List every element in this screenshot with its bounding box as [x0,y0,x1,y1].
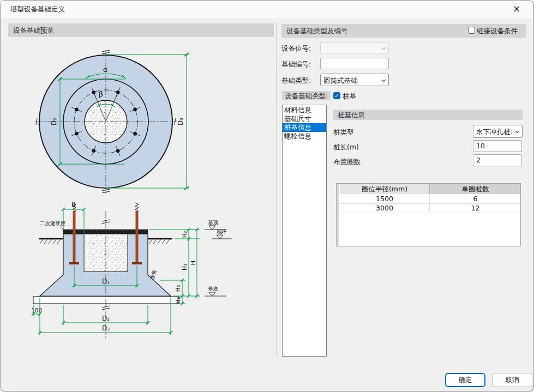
dim-label-h1: H₁ [181,264,188,271]
chevron-down-icon [381,46,386,51]
dim-label-b: B [71,201,76,208]
dim-label-d1: D₁ [102,278,110,285]
pile-rings-table: 圈位半径(mm) 单圈桩数 1500 6 3000 12 [336,183,521,246]
foundation-type-label: 基础类型: [281,76,311,86]
dim-label-h: H [190,261,197,265]
foundation-type-combo[interactable]: 圆筒式基础 [320,74,389,86]
foundation-preview-drawing: α β D₂ [8,38,274,365]
cell-count-1[interactable]: 12 [430,204,520,213]
dim-label-h2: H₂ [181,231,188,238]
pile-info-header: 桩基信息 [333,110,523,120]
dim-label-d3-section: D₃ [102,324,110,332]
list-item-pile[interactable]: 桩基信息 [283,123,326,132]
label-base-bottom: 基底 [208,286,218,292]
category-listbox: 材料信息 基础尺寸 桩基信息 螺栓信息 [282,105,327,357]
pile-type-label: 桩类型 [333,128,354,137]
device-tag-combo[interactable] [320,42,389,53]
dim-label-beta: β [99,90,103,98]
foundation-no-input[interactable] [320,58,389,69]
pile-checkbox-label: 桩基 [343,92,356,101]
dim-label-h3: H₃ [175,285,182,292]
dim-label-d2-section: D₂ [102,315,110,322]
category-chip: 设备基础类型: [282,91,331,100]
list-item-bolt[interactable]: 螺栓信息 [283,132,326,141]
label-grout-layer: 二次灌浆层 [40,220,66,226]
list-item-dimensions[interactable]: 基础尺寸 [283,114,326,123]
type-group-header: 设备基础类型及编号 链接设备条件 [281,24,526,38]
preview-group-title: 设备基础预览 [8,23,54,37]
type-group-title: 设备基础类型及编号 [281,24,348,38]
pile-type-value: 水下冲孔桩: [476,125,513,138]
foundation-definition-dialog: 塔型设备基础定义 × 设备基础预览 [0,0,533,391]
pile-length-input[interactable]: 10 [473,140,522,152]
pile-checkbox[interactable]: ✓ [333,92,340,99]
dim-label-h0: H₀ [175,297,182,304]
dim-label-d2-plan: D₂ [50,118,58,125]
list-item-material[interactable]: 材料信息 [283,106,326,114]
label-chamfer: 放角 [148,269,157,280]
ring-count-input[interactable]: 2 [473,154,522,166]
foundation-type-value: 圆筒式基础 [323,74,379,87]
ring-count-label: 布置圈数 [333,158,361,167]
ok-button[interactable]: 确定 [445,373,485,387]
cancel-button[interactable]: 取消 [492,373,532,387]
panel-divider [276,23,277,357]
cell-radius-0[interactable]: 1500 [340,195,430,204]
label-ground: 地坪 [216,228,227,234]
link-device-checkbox-label: 链接设备条件 [477,27,518,36]
pile-length-label: 桩长(m) [333,143,359,152]
table-row-gutter [337,184,339,246]
link-device-checkbox[interactable] [468,27,475,34]
dim-label-overhang: 100 [31,307,42,313]
foundation-no-label: 基础编号: [281,60,311,69]
table-header-row: 圈位半径(mm) 单圈桩数 [340,184,520,194]
chevron-down-icon [515,129,520,134]
title-bar: 塔型设备基础定义 × [1,1,533,18]
table-row: 1500 6 [340,195,520,204]
section-view: B 二次灌浆层 基顶 地坪 基底 放角 [31,201,232,339]
preview-group-header: 设备基础预览 [8,23,274,37]
plan-view: α β D₂ [35,50,189,194]
column-header-count[interactable]: 单圈桩数 [430,184,520,194]
pile-info-title: 桩基信息 [333,110,365,120]
cell-count-0[interactable]: 6 [430,195,520,204]
chevron-down-icon [381,78,386,83]
device-tag-label: 设备位号: [281,44,311,53]
close-icon[interactable]: × [505,1,529,18]
pile-type-combo[interactable]: 水下冲孔桩: [473,125,523,138]
dialog-title: 塔型设备基础定义 [10,1,65,18]
cell-radius-1[interactable]: 3000 [340,204,430,213]
dim-label-alpha: α [103,65,108,74]
label-base-top: 基顶 [208,219,219,225]
dim-label-d3-plan: D₃ [177,118,184,125]
check-icon: ✓ [334,93,339,99]
column-header-radius[interactable]: 圈位半径(mm) [340,184,430,194]
table-row: 3000 12 [340,204,520,213]
